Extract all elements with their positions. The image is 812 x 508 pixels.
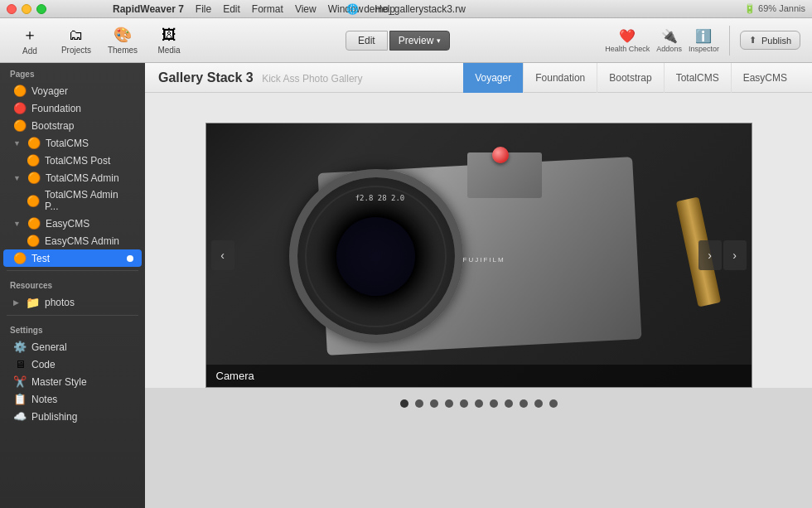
gallery-subtitle: Kick Ass Photo Gallery	[262, 73, 362, 85]
sidebar-item-bootstrap[interactable]: 🟠 Bootstrap	[3, 117, 142, 134]
gallery-caption: Camera	[206, 365, 752, 387]
test-badge	[127, 255, 133, 262]
pages-section-label: Pages	[0, 63, 145, 82]
tab-totalcms[interactable]: TotalCMS	[664, 63, 731, 93]
gallery-arrow-next2[interactable]: ›	[698, 240, 722, 270]
gallery-dot-3[interactable]	[445, 399, 453, 408]
gallery-arrow-next[interactable]: ›	[723, 240, 747, 270]
gallery-dot-10[interactable]	[549, 399, 558, 408]
sidebar-item-label: Bootstrap	[31, 120, 133, 132]
titlebar-right: 🔋 69% Jannis	[744, 3, 805, 14]
preview-label: Preview	[399, 35, 434, 46]
folder-icon: 📁	[26, 296, 40, 309]
add-icon: ＋	[22, 25, 37, 45]
menu-view[interactable]: View	[295, 3, 317, 15]
sidebar-divider	[7, 270, 138, 271]
preview-button[interactable]: Preview ▾	[389, 31, 451, 51]
sidebar-item-label: Publishing	[31, 411, 133, 423]
tab-voyager[interactable]: Voyager	[463, 63, 523, 93]
menu-edit[interactable]: Edit	[223, 3, 240, 15]
sidebar-item-code[interactable]: 🖥 Code	[3, 356, 142, 373]
code-icon: 🖥	[13, 358, 27, 370]
health-check-icon: ❤️	[619, 28, 636, 44]
addons-button[interactable]: 🔌 Addons	[656, 28, 682, 53]
sidebar-item-label: General	[31, 341, 133, 353]
titlebar-title-area: 🌐 demo_gallerystack3.rw	[346, 3, 466, 15]
sidebar-item-notes[interactable]: 📋 Notes	[3, 390, 142, 408]
sidebar-item-master-style[interactable]: ✂️ Master Style	[3, 373, 142, 390]
minimize-button[interactable]	[22, 4, 31, 14]
sidebar-item-label: TotalCMS Admin P...	[45, 189, 133, 212]
maximize-button[interactable]	[36, 4, 46, 14]
inspector-icon: ℹ️	[695, 28, 712, 44]
sidebar-item-totalcms-admin[interactable]: ▼ 🟠 TotalCMS Admin	[3, 169, 142, 186]
projects-button[interactable]: 🗂 Projects	[55, 22, 98, 60]
gallery-dot-4[interactable]	[460, 399, 468, 408]
sidebar-item-totalcms-post[interactable]: 🟠 TotalCMS Post	[3, 152, 142, 169]
sidebar-item-easycms[interactable]: ▼ 🟠 EasyCMS	[3, 215, 142, 232]
gallery-dot-8[interactable]	[520, 399, 528, 408]
document-icon: 🌐	[346, 3, 359, 15]
main-area: Pages 🟠 Voyager 🔴 Foundation 🟠 Bootstrap…	[0, 63, 812, 508]
sidebar-item-foundation[interactable]: 🔴 Foundation	[3, 99, 142, 117]
toolbar-center: Edit Preview ▾	[194, 31, 602, 51]
expand-arrow-icon: ▼	[13, 220, 21, 228]
sidebar-item-label: TotalCMS Post	[45, 155, 133, 167]
gallery-dot-9[interactable]	[534, 399, 543, 408]
camera-brand-text: FUJIFILM	[463, 256, 505, 264]
media-button[interactable]: 🖼 Media	[147, 22, 191, 60]
menu-file[interactable]: File	[196, 3, 211, 15]
test-icon: 🟠	[13, 252, 27, 264]
system-icons: 🔋 69% Jannis	[744, 3, 805, 14]
camera-red-button	[492, 147, 509, 163]
bootstrap-icon: 🟠	[13, 119, 27, 132]
toolbar-separator	[729, 26, 730, 56]
publishing-icon: ☁️	[13, 410, 27, 423]
sidebar-item-label: EasyCMS	[46, 218, 133, 230]
toolbar-right: ❤️ Health Check 🔌 Addons ℹ️ Inspector ⬆ …	[605, 26, 800, 56]
gallery-dot-6[interactable]	[490, 399, 498, 408]
gallery-dot-2[interactable]	[430, 399, 438, 408]
easycms-icon: 🟠	[27, 217, 41, 230]
publish-icon: ⬆	[749, 35, 756, 46]
content-area: Gallery Stack 3 Kick Ass Photo Gallery V…	[145, 63, 812, 508]
sidebar: Pages 🟠 Voyager 🔴 Foundation 🟠 Bootstrap…	[0, 63, 145, 508]
gallery-dot-7[interactable]	[505, 399, 513, 408]
gallery-arrow-prev[interactable]: ‹	[211, 240, 234, 270]
sidebar-divider	[7, 315, 138, 316]
gallery-dot-0[interactable]	[400, 399, 408, 408]
publish-label: Publish	[761, 36, 791, 46]
themes-icon: 🎨	[114, 26, 132, 44]
tab-foundation[interactable]: Foundation	[523, 63, 597, 93]
sidebar-item-totalcms-admin-p[interactable]: 🟠 TotalCMS Admin P...	[3, 186, 142, 215]
titlebar: RapidWeaver 7 File Edit Format View Wind…	[0, 0, 812, 18]
sidebar-item-publishing[interactable]: ☁️ Publishing	[3, 408, 142, 425]
master-style-icon: ✂️	[13, 375, 27, 388]
add-button[interactable]: ＋ Add	[8, 22, 51, 60]
sidebar-item-voyager[interactable]: 🟠 Voyager	[3, 82, 142, 99]
totalcms-post-icon: 🟠	[27, 154, 40, 167]
sidebar-item-photos[interactable]: ▶ 📁 photos	[3, 293, 142, 312]
publish-button[interactable]: ⬆ Publish	[740, 31, 800, 50]
close-button[interactable]	[7, 4, 17, 14]
sidebar-item-general[interactable]: ⚙️ General	[3, 338, 142, 356]
sidebar-item-totalcms[interactable]: ▼ 🟠 TotalCMS	[3, 134, 142, 152]
gallery-slider: f2.8 28 2.0 FUJIFILM ‹ › ›	[205, 123, 752, 388]
gallery-dots	[400, 399, 558, 408]
health-check-button[interactable]: ❤️ Health Check	[605, 28, 650, 53]
preview-dropdown-arrow[interactable]: ▾	[437, 36, 441, 45]
menu-format[interactable]: Format	[252, 3, 283, 15]
themes-button[interactable]: 🎨 Themes	[101, 22, 144, 60]
edit-button[interactable]: Edit	[346, 31, 388, 51]
expand-arrow-icon: ▼	[13, 139, 21, 148]
gallery-preview: f2.8 28 2.0 FUJIFILM ‹ › ›	[145, 93, 812, 508]
gallery-dot-1[interactable]	[415, 399, 423, 408]
sidebar-item-test[interactable]: 🟠 Test	[3, 249, 142, 267]
media-icon: 🖼	[162, 27, 176, 44]
tab-bootstrap[interactable]: Bootstrap	[597, 63, 663, 93]
tab-easycms[interactable]: EasyCMS	[731, 63, 799, 93]
gallery-dot-5[interactable]	[475, 399, 483, 408]
sidebar-item-easycms-admin[interactable]: 🟠 EasyCMS Admin	[3, 232, 142, 249]
menu-rapidweaver[interactable]: RapidWeaver 7	[113, 3, 184, 15]
inspector-button[interactable]: ℹ️ Inspector	[689, 28, 719, 53]
